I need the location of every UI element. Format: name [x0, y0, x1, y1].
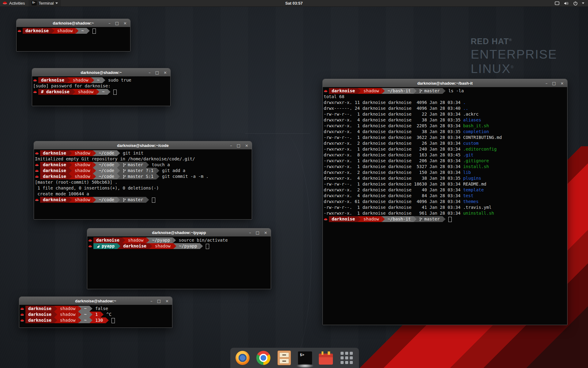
powerline-separator: [93, 168, 96, 174]
minimize-button[interactable]: –: [150, 299, 153, 303]
window-titlebar[interactable]: darknoise@shadow:~–□×: [17, 19, 130, 27]
prompt-segment-host: shadow: [57, 312, 78, 317]
powerline-separator: [78, 317, 81, 323]
window-titlebar[interactable]: darknoise@shadow:~/bash-it–□×: [323, 79, 567, 87]
powerline-separator: [89, 317, 92, 323]
terminal-line: darknoiseshadow~/codemaster ?:1git add a: [34, 168, 252, 174]
prompt-segment-text: # darknoise: [41, 89, 70, 95]
maximize-button[interactable]: □: [256, 231, 259, 235]
terminal-window-pyapp: darknoise@shadow:~/pyapp–□×darknoiseshad…: [87, 228, 271, 289]
window-titlebar[interactable]: darknoise@shadow:~–□×: [19, 297, 172, 305]
prompt-segment-user: darknoise: [25, 317, 54, 323]
app-grid-icon: [340, 351, 353, 365]
powerline-separator: [69, 174, 72, 179]
prompt-segment-exit: 130: [92, 317, 106, 323]
prompt-segment-path: ~: [81, 306, 89, 312]
ls-row-meta: -rw-rw-r--. 1 darknoise darknoise 41 Jan…: [323, 205, 463, 210]
window-controls: –□×: [545, 79, 564, 87]
window-title: darknoise@shadow:~/pyapp: [152, 230, 206, 235]
powerline-separator: [146, 237, 149, 243]
terminal-line: # darknoiseshadow~: [32, 89, 170, 95]
prompt-segment-user: darknoise: [40, 174, 69, 179]
dock-firefox[interactable]: [235, 350, 250, 366]
clock[interactable]: Sat 03:57: [285, 1, 303, 6]
powerline-separator: [54, 306, 57, 312]
dock: $>: [230, 348, 359, 368]
prompt-segment-text: master: [128, 162, 143, 168]
terminal-output: [master (root-commit) 50bcb63] .: [34, 179, 118, 185]
activities-button[interactable]: Activities: [0, 0, 28, 6]
close-button[interactable]: ×: [165, 299, 169, 303]
powerline-separator: [117, 197, 120, 203]
terminal-line: darknoiseshadow~: [17, 28, 130, 34]
minimize-button[interactable]: –: [230, 144, 232, 148]
terminal-window-home-top: darknoise@shadow:~–□×darknoiseshadow~: [16, 19, 130, 52]
close-button[interactable]: ×: [164, 71, 167, 75]
maximize-button[interactable]: □: [115, 21, 119, 25]
window-controls: –□×: [150, 297, 169, 305]
window-titlebar[interactable]: darknoise@shadow:~/pyapp–□×: [87, 228, 271, 237]
redhat-icon: [34, 174, 40, 179]
dock-app-grid[interactable]: [339, 350, 354, 366]
dock-toolbox[interactable]: [318, 350, 334, 366]
prompt-segment-text: shadow: [128, 237, 144, 243]
prompt-segment-host: shadow: [57, 306, 78, 312]
terminal-line: darknoiseshadow~/bash-itmasterls -la: [323, 88, 567, 94]
prompt-segment-text: ~: [84, 317, 86, 323]
minimize-button[interactable]: –: [249, 231, 251, 235]
prompt-segment-text: master S:1: [128, 174, 153, 179]
ls-row-meta: drwxrwxr-x. 8 darknoise darknoise 163 Ja…: [323, 152, 463, 158]
powerline-separator: [358, 88, 361, 94]
prompt-segment-text: 1: [95, 312, 98, 317]
branch-icon: [419, 217, 422, 221]
prompt-segment-host: shadow: [57, 317, 78, 323]
close-button[interactable]: ×: [245, 144, 248, 148]
close-button[interactable]: ×: [123, 21, 127, 25]
window-titlebar[interactable]: darknoise@shadow:~–□×: [32, 68, 170, 77]
maximize-button[interactable]: □: [155, 71, 159, 75]
ls-row-filename: install.sh: [463, 164, 489, 170]
dock-terminal[interactable]: $>: [297, 350, 313, 366]
terminal-content[interactable]: darknoiseshadow~/bash-itmasterls -latota…: [323, 87, 567, 325]
terminal-output: create mode 100644 a: [34, 191, 89, 197]
ls-row-meta: drwxrwxr-x. 11 darknoise darknoise 4096 …: [323, 100, 463, 105]
ls-row-meta: -rw-rw-r--. 1 darknoise darknoise 22 Jan…: [323, 111, 463, 117]
terminal-line: -rw-rw-r--. 1 darknoise darknoise 41 Jan…: [323, 205, 567, 210]
branch-icon: [123, 169, 126, 173]
window-titlebar[interactable]: darknoise@shadow:~/code–□×: [34, 141, 252, 150]
terminal-content[interactable]: darknoiseshadow~sudo true[sudo] password…: [32, 76, 170, 106]
terminal-content[interactable]: darknoiseshadow~falsedarknoiseshadow~1^C…: [19, 305, 172, 328]
terminal-line: darknoiseshadow~/codemaster S:1git commi…: [34, 174, 252, 179]
close-button[interactable]: ×: [264, 231, 267, 235]
terminal-content[interactable]: darknoiseshadow~/codegit initInitialized…: [34, 149, 252, 219]
powerline-separator: [100, 312, 104, 317]
app-menu-terminal[interactable]: $> Terminal: [28, 0, 61, 6]
system-status-menu[interactable]: [555, 0, 588, 6]
prompt-segment-host: shadow: [361, 216, 382, 222]
maximize-button[interactable]: □: [237, 144, 240, 148]
close-button[interactable]: ×: [560, 81, 564, 85]
ls-row-meta: drwxrwxr-x. 2 darknoise darknoise 40 Jan…: [323, 187, 463, 193]
terminal-line: -rwxrwxr-x. 1 darknoise darknoise 240 Ja…: [323, 146, 567, 152]
prompt-segment-user: darknoise: [25, 312, 54, 317]
minimize-button[interactable]: –: [108, 21, 111, 25]
terminal-content[interactable]: darknoiseshadow~: [17, 27, 130, 51]
minimize-button[interactable]: –: [545, 81, 548, 85]
dock-chrome[interactable]: [256, 350, 271, 366]
terminal-cursor: [113, 90, 117, 95]
prompt-segment-venv: pyapp: [93, 243, 117, 249]
grid-dot: [345, 352, 348, 355]
terminal-output: total 68: [323, 94, 344, 100]
maximize-button[interactable]: □: [552, 81, 556, 85]
branch-icon: [123, 198, 126, 202]
minimize-button[interactable]: –: [149, 71, 151, 75]
prompt-segment-text: shadow: [60, 312, 76, 317]
dock-files[interactable]: [277, 350, 292, 366]
terminal-cursor: [448, 217, 452, 222]
maximize-button[interactable]: □: [157, 299, 161, 303]
prompt-segment-text: master ?:1: [128, 168, 153, 174]
powerline-separator: [89, 312, 92, 317]
redhat-icon: [19, 312, 25, 317]
terminal-content[interactable]: darknoiseshadow~/pyappsource bin/activat…: [87, 236, 271, 289]
prompt-segment-text: shadow: [60, 317, 76, 323]
